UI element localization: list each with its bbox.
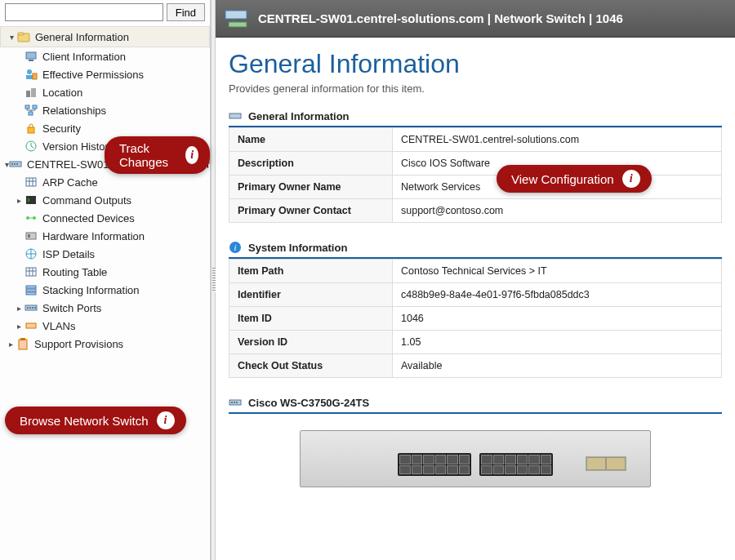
callout-label: Browse Network Switch <box>20 414 149 428</box>
tree-item-hardware[interactable]: Hardware Information <box>0 227 210 245</box>
tree-item-permissions[interactable]: Effective Permissions <box>0 65 210 83</box>
tree-label: Client Information <box>42 51 126 63</box>
caret-right-icon: ▸ <box>5 340 16 349</box>
tree-item-isp[interactable]: ISP Details <box>0 245 210 263</box>
connected-icon <box>24 211 38 224</box>
nav-tree: ▾ General Information Client Information… <box>0 24 210 560</box>
page-title: General Information <box>229 49 722 79</box>
svg-rect-2 <box>26 52 36 59</box>
caret-down-icon: ▾ <box>6 33 17 42</box>
tree-support[interactable]: ▸Support Provisions <box>0 335 210 353</box>
tree-label: Stacking Information <box>42 284 140 296</box>
tree-root-general[interactable]: ▾ General Information <box>0 26 210 47</box>
svg-rect-36 <box>20 338 25 340</box>
svg-rect-39 <box>229 113 241 118</box>
tree-item-security[interactable]: Security <box>0 119 210 137</box>
table-row: Version ID1.05 <box>229 331 722 354</box>
tree-label: Location <box>42 87 82 99</box>
table-row: NameCENTREL-SW01.centrel-solutions.com <box>229 128 722 152</box>
table-row: Item PathContoso Technical Services > IT <box>229 260 722 283</box>
find-button[interactable]: Find <box>167 3 205 21</box>
table-row: Check Out StatusAvailable <box>229 354 722 378</box>
tree-label: Version History <box>42 140 114 153</box>
tree-item-vlans[interactable]: ▸VLANs <box>0 317 210 335</box>
cell-key: Description <box>229 152 393 176</box>
tree-item-command-outputs[interactable]: ▸Command Outputs <box>0 191 210 209</box>
section-device: Cisco WS-C3750G-24TS <box>229 396 722 487</box>
svg-rect-44 <box>234 402 235 403</box>
caret-right-icon: ▸ <box>13 322 24 331</box>
page-subtitle: Provides general information for this it… <box>229 82 722 95</box>
switch-icon <box>9 158 22 171</box>
tree-label: Connected Devices <box>42 212 135 224</box>
switch-large-icon <box>224 6 250 32</box>
stacking-icon <box>24 283 38 296</box>
cell-key: Primary Owner Contact <box>229 199 393 223</box>
tree-label: ISP Details <box>42 248 95 260</box>
vlan-icon <box>24 319 38 332</box>
svg-rect-28 <box>26 292 36 295</box>
lock-icon <box>24 122 38 135</box>
cell-val: CENTREL-SW01.centrel-solutions.com <box>393 128 722 152</box>
tree-item-stacking[interactable]: Stacking Information <box>0 281 210 299</box>
section-title: System Information <box>248 242 347 254</box>
svg-rect-18 <box>26 178 36 186</box>
terminal-icon <box>24 193 38 207</box>
svg-rect-7 <box>26 91 30 97</box>
titlebar-text: CENTREL-SW01.centrel-solutions.com | Net… <box>258 11 623 25</box>
cell-key: Name <box>229 128 393 152</box>
search-input[interactable] <box>5 3 163 21</box>
permissions-icon <box>24 68 38 81</box>
info-icon: i <box>157 411 175 429</box>
svg-rect-26 <box>26 286 36 288</box>
main: CENTREL-SW01.centrel-solutions.com | Net… <box>216 0 735 560</box>
folder-icon <box>17 30 30 43</box>
cell-key: Item ID <box>229 307 393 331</box>
section-general: General Information NameCENTREL-SW01.cen… <box>229 109 722 223</box>
table-system: Item PathContoso Technical Services > IT… <box>229 259 722 378</box>
table-row: Identifierc488b9e9-8a4e-4e01-97f6-5fbda0… <box>229 283 722 307</box>
svg-rect-19 <box>26 196 36 204</box>
cell-key: Version ID <box>229 331 393 354</box>
callout-view-config[interactable]: View Configuration i <box>497 165 652 193</box>
callout-label: View Configuration <box>511 172 614 186</box>
client-icon <box>24 50 38 63</box>
tree-item-connected[interactable]: Connected Devices <box>0 209 210 227</box>
support-icon <box>16 337 29 350</box>
callout-label: Track Changes <box>119 141 177 169</box>
tree-item-relationships[interactable]: Relationships <box>0 101 210 119</box>
cell-val: support@contoso.com <box>393 199 722 223</box>
callout-track-changes[interactable]: Track Changes i <box>105 136 210 174</box>
svg-rect-33 <box>34 307 36 309</box>
section-title: Cisco WS-C3750G-24TS <box>248 397 369 409</box>
relationships-icon <box>24 104 38 117</box>
svg-rect-25 <box>26 268 36 276</box>
svg-rect-37 <box>225 11 247 19</box>
cell-val: Contoso Technical Services > IT <box>393 260 722 283</box>
section-title: General Information <box>248 110 350 122</box>
tree-item-location[interactable]: Location <box>0 83 210 101</box>
tree-item-routing[interactable]: Routing Table <box>0 263 210 281</box>
sidebar: Find ▾ General Information Client Inform… <box>0 0 211 560</box>
info-icon: i <box>622 170 640 188</box>
svg-rect-38 <box>229 22 247 27</box>
svg-rect-9 <box>25 105 29 109</box>
tree-item-client-info[interactable]: Client Information <box>0 47 210 65</box>
cell-key: Item Path <box>229 260 393 283</box>
ports-icon <box>24 301 38 314</box>
tree-label: ARP Cache <box>42 176 98 189</box>
tree-label: Security <box>42 122 81 135</box>
location-icon <box>24 86 38 99</box>
svg-rect-17 <box>16 163 18 165</box>
info-icon: i <box>185 146 198 164</box>
cell-val: 1046 <box>393 307 722 331</box>
cell-val: 1.05 <box>393 331 722 354</box>
tree-label: Effective Permissions <box>42 69 144 81</box>
cell-key: Identifier <box>229 283 393 307</box>
tree-item-switch-ports[interactable]: ▸Switch Ports <box>0 299 210 317</box>
callout-browse-switch[interactable]: Browse Network Switch i <box>5 407 186 434</box>
svg-rect-6 <box>33 73 37 79</box>
svg-rect-3 <box>29 60 33 61</box>
tree-item-arp[interactable]: ARP Cache <box>0 173 210 191</box>
tree-label: General Information <box>35 31 129 43</box>
